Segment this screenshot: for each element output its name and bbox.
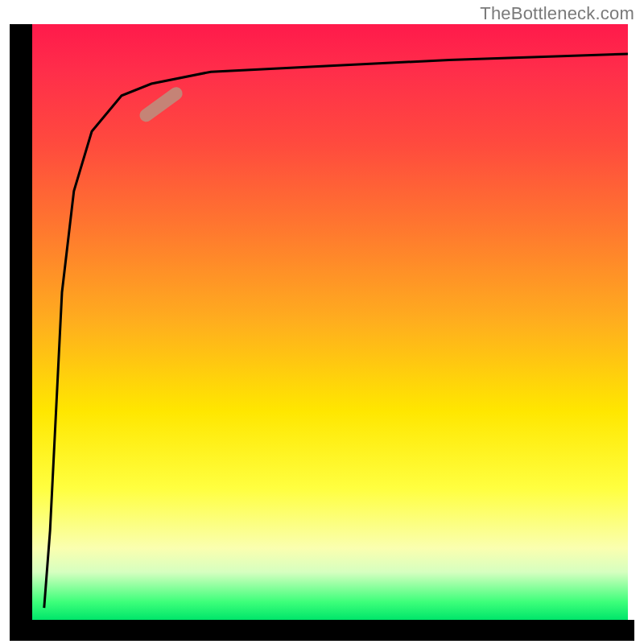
x-axis (10, 620, 634, 641)
plot-area (32, 24, 628, 620)
chart-frame: TheBottleneck.com (0, 0, 644, 644)
curve-path (44, 54, 628, 608)
y-axis (10, 24, 32, 620)
bottleneck-curve (32, 24, 628, 620)
attribution-label: TheBottleneck.com (480, 3, 634, 24)
